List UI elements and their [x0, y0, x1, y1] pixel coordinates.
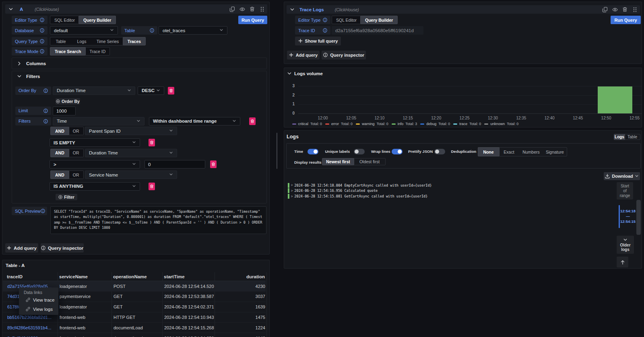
legend-item-trace[interactable]: traceTotal: 0 [453, 122, 481, 126]
col-header-operationname[interactable]: operationName [113, 274, 147, 279]
log-line[interactable]: >2024-06-28 12:54:15.081 GetCartAsync ca… [288, 194, 427, 199]
editor-type-option-sql-editor[interactable]: SQL Editor [332, 16, 361, 24]
remove-condition-button[interactable] [149, 183, 155, 190]
legend-label: unknown [490, 122, 505, 126]
legend-item-critical[interactable]: criticalTotal: 0 [292, 122, 322, 126]
trace-logs-header[interactable]: Trace Logs (ClickHouse) [287, 5, 640, 14]
condition-bool-and[interactable]: AND [50, 149, 69, 157]
query-type-option-logs[interactable]: Logs [71, 37, 92, 45]
remove-condition-button[interactable] [210, 160, 217, 168]
add-filter-button[interactable]: Filter [56, 194, 77, 200]
info-icon[interactable] [40, 18, 44, 22]
cell-operationname: POST [114, 281, 161, 291]
cell-operationname: documentLoad [114, 333, 161, 337]
col-header-servicename[interactable]: serviceName [59, 274, 88, 279]
col-header-traceid[interactable]: traceID [7, 274, 23, 279]
query-type-option-table[interactable]: Table [50, 37, 71, 45]
condition-bool-or[interactable]: OR [69, 127, 83, 135]
duplicate-query-icon[interactable] [602, 7, 608, 12]
cell-traceid[interactable]: 89cf4286e631591b4... [7, 323, 56, 333]
editor-type-label: Editor Type [295, 16, 330, 24]
condition-bool-or[interactable]: OR [69, 149, 83, 157]
info-icon[interactable] [40, 28, 44, 33]
show-full-query-button[interactable]: Show full query [295, 37, 341, 45]
info-icon[interactable] [40, 49, 44, 53]
info-volume-bar[interactable] [598, 86, 632, 114]
query-inspector-button[interactable]: Query inspector [322, 51, 366, 60]
query-type-option-traces[interactable]: Traces [123, 37, 146, 45]
chevron-down-icon[interactable] [290, 8, 294, 12]
logs-volume-legend: criticalTotal: 0errorTotal: 0warningTota… [292, 122, 519, 126]
expand-log-icon[interactable]: > [291, 195, 295, 198]
remove-query-icon[interactable] [622, 7, 627, 12]
info-icon[interactable] [40, 39, 44, 43]
log-nav-scrollbar[interactable] [636, 200, 641, 235]
older-logs-button[interactable]: Older logs [617, 236, 634, 254]
expand-log-icon[interactable]: > [291, 189, 295, 193]
condition-bool-or[interactable]: OR [69, 171, 83, 179]
remove-condition-button[interactable] [149, 139, 155, 146]
run-query-button[interactable]: Run Query [238, 16, 267, 24]
editor-type-option-query-builder[interactable]: Query Builder [78, 16, 116, 24]
view-logs-menu-item[interactable]: View logs [25, 306, 53, 312]
info-icon[interactable] [41, 209, 45, 213]
legend-item-info[interactable]: infoTotal: 3 [392, 122, 417, 126]
editor-type-option-sql-editor[interactable]: SQL Editor [50, 16, 79, 24]
hide-response-icon[interactable] [612, 7, 618, 12]
log-nav-range-from: 12:54:18 [620, 209, 636, 213]
sql-preview-code: SELECT "TraceId" as traceID, "ServiceNam… [50, 206, 266, 234]
database-select[interactable]: default [50, 26, 118, 35]
info-icon[interactable] [323, 18, 327, 22]
editor-type-option-query-builder[interactable]: Query Builder [360, 16, 398, 24]
log-line[interactable]: >2024-06-28 12:54:18.004 EmptyCartAsync … [288, 183, 431, 188]
view-trace-menu-item[interactable]: View trace [25, 297, 54, 302]
condition-bool-and[interactable]: AND [50, 171, 69, 179]
info-icon[interactable] [323, 28, 327, 33]
info-icon[interactable] [150, 28, 154, 33]
hide-response-icon[interactable] [239, 6, 245, 12]
drag-handle-icon[interactable] [260, 6, 265, 12]
add-query-button[interactable]: Add query [5, 243, 38, 253]
legend-color-dash [356, 123, 360, 125]
legend-color-dash [420, 123, 424, 125]
scroll-to-top-button[interactable] [617, 257, 628, 267]
log-line[interactable]: >2024-06-28 12:54:16.956 Calculated quot… [288, 188, 378, 193]
condition-field-select[interactable]: Service Name [85, 171, 177, 179]
legend-item-error[interactable]: errorTotal: 0 [325, 122, 353, 126]
legend-item-debug[interactable]: debugTotal: 0 [420, 122, 450, 126]
query-a-header[interactable]: A (ClickHouse) [5, 4, 267, 14]
drag-handle-icon[interactable] [632, 7, 638, 12]
legend-item-unknown[interactable]: unknownTotal: 0 [484, 122, 518, 126]
trace-mode-option-trace-search[interactable]: Trace Search [50, 47, 86, 55]
col-header-starttime[interactable]: startTime [164, 274, 185, 279]
remove-query-icon[interactable] [250, 6, 255, 12]
legend-item-warning[interactable]: warningTotal: 0 [356, 122, 388, 126]
condition-value-input[interactable]: 0 [144, 160, 205, 168]
legend-total: Total: 0 [469, 122, 481, 126]
legend-color-dash [325, 123, 329, 125]
run-query-button[interactable]: Run Query [611, 16, 641, 24]
x-tick-label: 12:40 [541, 116, 557, 120]
table-select[interactable]: otel_traces [159, 26, 227, 35]
condition-operator-select[interactable]: IS EMPTY [50, 138, 140, 147]
cell-duration: 1149 [225, 333, 265, 337]
condition-operator-select[interactable]: > [50, 160, 140, 168]
query-type-option-time-series[interactable]: Time Series [92, 37, 123, 45]
query-inspector-button[interactable]: Query inspector [41, 243, 84, 253]
col-header-duration[interactable]: duration [225, 274, 265, 279]
cell-traceid[interactable]: 8e7af84941888... [7, 333, 56, 337]
arrow-up-icon [620, 260, 625, 265]
condition-operator-select[interactable]: IS ANYTHING [50, 182, 140, 191]
condition-field-select[interactable]: Duration Time [85, 149, 177, 157]
chevron-down-icon[interactable] [9, 7, 13, 11]
trace-id-input[interactable]: d2a7155ef6a928a05680e5ff6190241d [332, 26, 423, 35]
duplicate-query-icon[interactable] [229, 6, 235, 12]
condition-field-select[interactable]: Parent Span ID [85, 127, 177, 135]
split-pane-divider[interactable] [277, 133, 277, 169]
chevron-down-icon [132, 162, 136, 166]
add-query-button[interactable]: Add query [287, 51, 320, 60]
expand-log-icon[interactable]: > [291, 183, 295, 187]
columns-section[interactable]: Columns [12, 58, 267, 69]
condition-bool-and[interactable]: AND [50, 127, 69, 135]
trace-mode-option-trace-id[interactable]: Trace ID [85, 47, 109, 55]
